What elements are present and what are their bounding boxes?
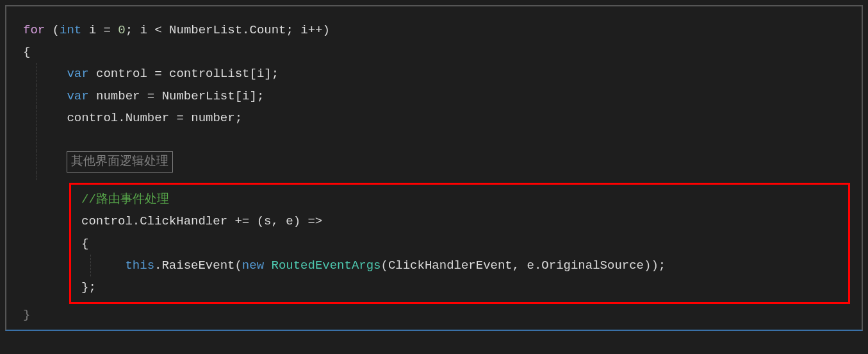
keyword-int: int — [60, 23, 81, 37]
keyword-var: var — [67, 67, 88, 81]
brace-open: { — [23, 45, 30, 59]
code-line[interactable]: 其他界面逻辑处理 — [15, 151, 853, 173]
indent-guide — [36, 173, 37, 180]
ident: control = controlList[i]; — [89, 67, 279, 81]
ident: i = — [81, 23, 118, 37]
blank-line — [15, 173, 853, 180]
keyword-for: for — [23, 23, 45, 37]
code-line[interactable]: for (int i = 0; i < NumberList.Count; i+… — [15, 19, 853, 41]
keyword-this: this — [125, 258, 154, 273]
type-name: RoutedEventArgs — [271, 258, 381, 273]
code-line[interactable]: } — [15, 304, 853, 326]
code-line[interactable]: var number = NumberList[i]; — [15, 85, 853, 107]
indent-guide — [36, 151, 37, 173]
punct: ( — [45, 23, 60, 37]
indent-guide — [36, 129, 37, 151]
keyword-new: new — [242, 258, 264, 273]
ident: control.ClickHandler += (s, e) => — [81, 214, 322, 228]
indent-guide — [36, 107, 37, 129]
code-line[interactable]: control.ClickHandler += (s, e) => — [71, 210, 848, 232]
blank-line — [15, 129, 853, 151]
code-line[interactable]: control.Number = number; — [15, 107, 853, 129]
code-editor[interactable]: for (int i = 0; i < NumberList.Count; i+… — [5, 5, 863, 331]
brace-close: }; — [81, 280, 96, 294]
collapsed-region[interactable]: 其他界面逻辑处理 — [67, 151, 173, 173]
indent-guide — [36, 85, 37, 107]
code-line[interactable]: { — [71, 233, 848, 255]
space — [264, 258, 271, 273]
brace-open: { — [81, 237, 88, 251]
brace-close: } — [23, 308, 30, 322]
comment: //路由事件处理 — [81, 192, 169, 206]
indent-guide — [36, 63, 37, 85]
ident: ; i < NumberList.Count; i++) — [126, 23, 330, 37]
indent-guide — [90, 255, 91, 276]
keyword-var: var — [67, 89, 88, 103]
ident: control.Number = number; — [67, 111, 242, 125]
ident: (ClickHandlerEvent, e.OriginalSource)); — [381, 258, 666, 273]
code-line[interactable]: var control = controlList[i]; — [15, 63, 853, 85]
number-literal: 0 — [118, 23, 125, 37]
code-line[interactable]: { — [15, 41, 853, 63]
code-line[interactable]: this.RaiseEvent(new RoutedEventArgs(Clic… — [71, 255, 848, 276]
highlighted-block: //路由事件处理 control.ClickHandler += (s, e) … — [69, 183, 850, 304]
code-line[interactable]: }; — [71, 276, 848, 298]
code-line[interactable]: //路由事件处理 — [71, 189, 848, 210]
ident: number = NumberList[i]; — [89, 89, 265, 103]
ident: .RaiseEvent( — [154, 258, 242, 273]
